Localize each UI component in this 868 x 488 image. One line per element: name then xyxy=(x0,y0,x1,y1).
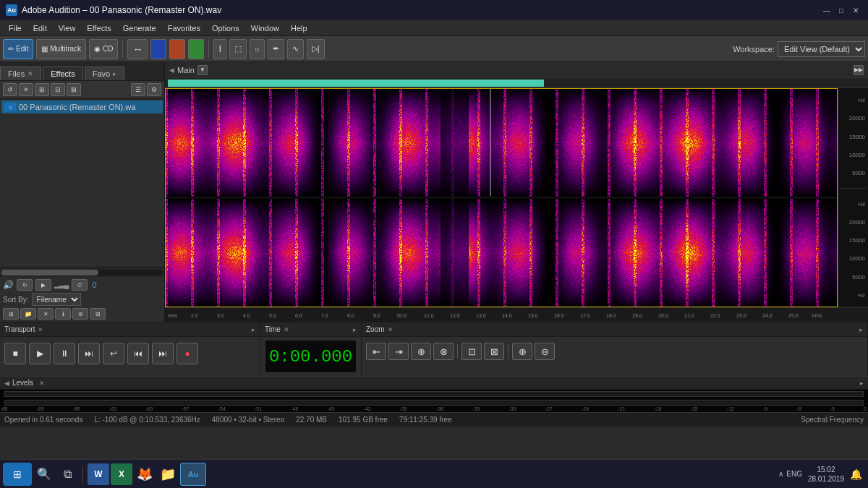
loop-button[interactable]: ↻ xyxy=(17,279,33,291)
taskbar-excel[interactable]: X xyxy=(111,463,132,485)
file-item-name: 00 Panasonic (Remaster ON).wa xyxy=(19,103,135,111)
waveform-left-arrow[interactable]: ◀ xyxy=(169,67,174,74)
smear-tool[interactable]: ∿ xyxy=(287,39,304,59)
color-tool-3[interactable] xyxy=(188,39,204,59)
zoom-close[interactable]: ✕ xyxy=(388,326,393,333)
close-button[interactable]: ✕ xyxy=(849,4,862,17)
levels-close[interactable]: ✕ xyxy=(39,380,45,387)
panel-tool-4[interactable]: ⊟ xyxy=(51,83,65,96)
folder-button[interactable]: 📁 xyxy=(20,308,36,320)
edit-mode-button[interactable]: ✏ Edit xyxy=(3,39,33,59)
transport-end-btn[interactable]: ⏭ xyxy=(152,343,174,364)
scrollbar-thumb[interactable] xyxy=(1,270,98,275)
taskbar-files[interactable]: 📁 xyxy=(157,463,179,485)
cursor-tool[interactable]: I xyxy=(213,39,226,59)
menu-help[interactable]: Help xyxy=(285,22,313,34)
filter-button[interactable]: ⊛ xyxy=(72,308,88,320)
menu-options[interactable]: Options xyxy=(206,22,245,34)
db-label: dB xyxy=(1,406,8,411)
transport-record-btn[interactable]: ● xyxy=(176,343,198,364)
transport-expand[interactable]: ▸ xyxy=(252,326,255,333)
cd-button[interactable]: ◉ CD xyxy=(89,39,118,59)
menu-file[interactable]: File xyxy=(3,22,27,34)
menu-edit[interactable]: Edit xyxy=(27,22,53,34)
taskbar-search[interactable]: 🔍 xyxy=(33,463,55,485)
zoom-in-v[interactable]: ⊕ xyxy=(512,343,532,360)
taskbar-audition[interactable]: Au xyxy=(180,463,206,486)
zoom-out-v[interactable]: ⊖ xyxy=(535,343,555,360)
sort-select[interactable]: Filename xyxy=(32,293,81,306)
ruler-16: 16.0 xyxy=(554,313,564,318)
waveform-right-expand[interactable]: ▶▶ xyxy=(854,65,864,75)
menu-generate[interactable]: Generate xyxy=(117,22,162,34)
zoom-in-h[interactable]: ⇤ xyxy=(366,343,386,360)
zoom-fit-sel[interactable]: ⊠ xyxy=(484,343,504,360)
close-file-button[interactable]: ✕ xyxy=(38,308,54,320)
transport-play-btn[interactable]: ▶ xyxy=(29,343,51,364)
start-button[interactable]: ⊞ xyxy=(3,463,32,486)
auto-play-button[interactable]: ⏱ xyxy=(72,279,88,291)
play-button-panel[interactable]: ▶ xyxy=(35,279,51,291)
scrollbar-track[interactable] xyxy=(1,270,163,275)
tab-files[interactable]: Files ✕ xyxy=(0,67,41,80)
panel-tool-settings[interactable]: ⚙ xyxy=(147,83,161,96)
panel-tool-search[interactable]: ☰ xyxy=(131,83,145,96)
waveform-timeline[interactable] xyxy=(165,78,868,88)
properties-button[interactable]: ℹ xyxy=(55,308,71,320)
levels-right-arrow[interactable]: ▸ xyxy=(860,380,864,387)
multitrack-button[interactable]: ▦ Multitrack xyxy=(36,39,86,59)
time-expand[interactable]: ▸ xyxy=(353,326,357,333)
transport-loop-btn[interactable]: ↩ xyxy=(103,343,124,364)
zoom-out-h[interactable]: ⇥ xyxy=(388,343,409,360)
menu-effects[interactable]: Effects xyxy=(81,22,116,34)
workspace-select[interactable]: Edit View (Default) xyxy=(778,41,865,57)
taskbar-firefox[interactable]: 🦊 xyxy=(134,463,156,485)
zoom-fit-all[interactable]: ⊡ xyxy=(461,343,482,360)
waveform-area: ◀ Main ▼ ▶▶ Hz 20000 15000 10000 5000 xyxy=(165,62,868,322)
marquee-tool[interactable]: ⬚ xyxy=(229,39,247,59)
color-tool-2[interactable] xyxy=(169,39,185,59)
file-item-1[interactable]: ♫ 00 Panasonic (Remaster ON).wa xyxy=(1,100,163,114)
ruler-23: 23.0 xyxy=(736,313,746,318)
menu-view[interactable]: View xyxy=(53,22,82,34)
brush-tool[interactable]: ✒ xyxy=(268,39,284,59)
levels-left-arrow[interactable]: ◀ xyxy=(4,380,9,387)
maximize-button[interactable]: □ xyxy=(835,4,848,17)
panel-tool-5[interactable]: ⊠ xyxy=(67,83,81,96)
panel-tool-1[interactable]: ↺ xyxy=(3,83,17,96)
minimize-button[interactable]: — xyxy=(820,4,833,17)
import-button[interactable]: ⊞ xyxy=(3,308,19,320)
zoom-expand[interactable]: ▸ xyxy=(859,326,863,333)
waveform-collapse-button[interactable]: ▼ xyxy=(197,65,208,75)
color-tool-1[interactable] xyxy=(150,39,166,59)
waveform-canvas-area[interactable]: Hz 20000 15000 10000 5000 Hz 20000 15000… xyxy=(165,88,868,307)
zoom-panel-header: Zoom ✕ ▸ xyxy=(362,322,867,337)
sys-tray: ∧ ENG xyxy=(778,470,802,478)
lasso-tool[interactable]: ○ xyxy=(250,39,265,59)
grid-button[interactable]: ⊞ xyxy=(90,308,106,320)
transport-stop-btn[interactable]: ■ xyxy=(4,343,26,364)
zoom-in-time[interactable]: ⊕ xyxy=(411,343,431,360)
favo-tab-chevron[interactable]: ▸ xyxy=(113,70,116,77)
notification-icon[interactable]: 🔔 xyxy=(850,468,862,480)
ruler-2: 2.0 xyxy=(191,313,198,318)
taskbar-word[interactable]: W xyxy=(88,463,109,485)
tab-favo[interactable]: Favo ▸ xyxy=(85,67,124,80)
panel-scrollbar[interactable] xyxy=(0,267,164,277)
transport-prev-btn[interactable]: ⏮ xyxy=(127,343,149,364)
selection-tool[interactable]: ↔ xyxy=(127,39,148,59)
menu-favorites[interactable]: Favorites xyxy=(162,22,206,34)
tab-effects[interactable]: Effects xyxy=(43,67,82,80)
taskbar-task-view[interactable]: ⧉ xyxy=(56,463,78,485)
sys-tray-arrow[interactable]: ∧ xyxy=(778,470,783,478)
transport-close[interactable]: ✕ xyxy=(38,326,43,333)
files-tab-close[interactable]: ✕ xyxy=(27,70,33,77)
panel-tool-3[interactable]: ⊞ xyxy=(35,83,49,96)
menu-window[interactable]: Window xyxy=(245,22,285,34)
panel-tool-2[interactable]: ✕ xyxy=(19,83,33,96)
zoom-out-time[interactable]: ⊗ xyxy=(433,343,454,360)
transport-next-btn[interactable]: ⏭ xyxy=(78,343,100,364)
transport-pause-btn[interactable]: ⏸ xyxy=(54,343,75,364)
time-close[interactable]: ✕ xyxy=(284,326,289,333)
transport-toolbar[interactable]: ▷| xyxy=(307,39,325,59)
